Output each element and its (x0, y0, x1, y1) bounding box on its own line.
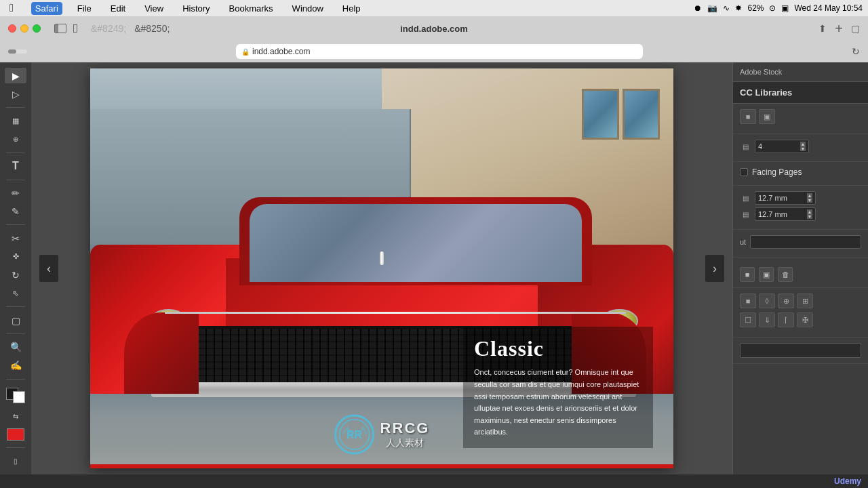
tab-overview-button[interactable]: ▢ (851, 23, 860, 34)
rectangle-tool[interactable]: ▢ (5, 312, 26, 328)
margin-1-increment[interactable]: ▲ (807, 193, 812, 198)
sidebar-toggle-button[interactable] (54, 24, 66, 33)
edit-menu[interactable]: Edit (106, 2, 130, 15)
margin-2-decrement[interactable]: ▼ (807, 214, 812, 219)
margin-stepper-2[interactable]: ▲ ▼ (807, 209, 812, 219)
pages-stepper[interactable]: ▲ ▼ (800, 142, 806, 151)
menubar:  Safari File Edit View History Bookmark… (0, 0, 868, 16)
back-button[interactable]: &#8249; (88, 22, 129, 35)
next-page-button[interactable]: › (705, 255, 724, 282)
bleed-input[interactable] (750, 235, 861, 249)
color-swatch[interactable] (6, 388, 25, 403)
tool-separator-7 (6, 379, 25, 380)
red-color-swatch[interactable] (7, 428, 24, 441)
panel-icon-btn-2[interactable]: ▣ (759, 109, 775, 124)
battery-indicator: 62% (747, 3, 764, 13)
margin-icon-2: ▤ (740, 209, 751, 220)
url-bar[interactable]: 🔒 indd.adobe.com (236, 44, 643, 59)
direct-select-tool[interactable]: ▷ (5, 86, 26, 102)
pencil-tool[interactable]: ✎ (5, 203, 26, 219)
layout-icon-5[interactable]: ☐ (740, 312, 756, 327)
margin-stepper-1[interactable]: ▲ ▼ (807, 193, 812, 203)
layout-icon-7[interactable]: ⌈ (778, 312, 794, 327)
help-menu[interactable]: Help (338, 2, 365, 15)
bleed-label: ut (740, 238, 746, 246)
text-input-field[interactable] (740, 343, 861, 358)
margin-input-2[interactable]: 12.7 mm ▲ ▼ (755, 207, 816, 221)
right-panel: Adobe Stock CC Libraries ■ ▣ ▤ 4 ▲ ▼ (732, 62, 868, 474)
page-tool[interactable]: ▦ (5, 113, 26, 129)
hand-tool[interactable]: ✍ (5, 358, 26, 373)
adobe-stock-header: Adobe Stock (733, 62, 868, 82)
panel-icon-section: ■ ▣ (733, 104, 868, 134)
share-button[interactable]: ⬆ (818, 23, 827, 34)
layout-icon-1[interactable]: ■ (740, 293, 756, 308)
scissors-tool[interactable]: ✂ (5, 230, 26, 246)
apply-none-button[interactable]: ▯ (5, 453, 26, 469)
layout-icon-8[interactable]: ✠ (797, 312, 813, 327)
panel-icon-btn-1[interactable]: ■ (740, 109, 756, 124)
margin-1-decrement[interactable]: ▼ (807, 198, 812, 203)
document-page: Classic Onct, concecus ciument etur? Omn… (90, 68, 673, 468)
file-menu[interactable]: File (73, 2, 96, 15)
action-btn-2[interactable]: ▣ (759, 267, 774, 282)
reading-mode-button[interactable] (8, 49, 27, 54)
scale-tool[interactable]: ⇖ (5, 285, 26, 301)
facing-pages-row: Facing Pages (740, 167, 861, 177)
action-btn-1[interactable]: ■ (740, 267, 755, 282)
bookmarks-menu[interactable]: Bookmarks (225, 2, 277, 15)
facing-pages-section: Facing Pages (733, 162, 868, 186)
tool-separator-6 (6, 333, 25, 334)
pages-count-input[interactable]: 4 ▲ ▼ (755, 140, 809, 153)
minimize-button[interactable] (20, 24, 28, 33)
traffic-lights (8, 24, 41, 33)
layout-icons-section: ■ ◊ ⊕ ⊞ ☐ ⇓ ⌈ ✠ (733, 288, 868, 338)
watermark-text: RRCG 人人素材 (380, 420, 430, 449)
windshield (250, 204, 582, 282)
delete-btn[interactable]: 🗑 (778, 267, 793, 282)
apple-menu[interactable]:  (5, 1, 18, 16)
bleed-row: ut (740, 235, 861, 249)
pages-decrement[interactable]: ▼ (800, 146, 806, 151)
select-tool[interactable]: ▶ (5, 68, 26, 83)
wifi-icon: ∿ (723, 3, 730, 13)
pages-row: ▤ 4 ▲ ▼ (740, 140, 861, 153)
view-menu[interactable]: View (140, 2, 167, 15)
facing-pages-checkbox[interactable] (740, 168, 748, 176)
watermark-chinese: 人人素材 (380, 437, 430, 449)
maximize-button[interactable] (33, 24, 41, 33)
pages-section: ▤ 4 ▲ ▼ (733, 134, 868, 162)
panel-actions: ■ ▣ 🗑 (740, 267, 861, 282)
close-button[interactable] (8, 24, 16, 33)
tool-separator-4 (6, 224, 25, 225)
margin-2-increment[interactable]: ▲ (807, 209, 812, 214)
forward-button[interactable]: &#8250; (132, 22, 172, 35)
control-center-icon: ▣ (781, 3, 789, 13)
safari-menu[interactable]: Safari (31, 2, 62, 15)
history-menu[interactable]: History (178, 2, 214, 15)
new-tab-button[interactable]: + (835, 21, 843, 37)
udemy-badge: Udemy (834, 476, 861, 486)
type-tool[interactable]: T (5, 159, 26, 174)
layout-icon-2[interactable]: ◊ (759, 293, 775, 308)
text-input-section (733, 338, 868, 364)
window-menu[interactable]: Window (288, 2, 328, 15)
layout-icon-3[interactable]: ⊕ (778, 293, 794, 308)
layout-icon-4[interactable]: ⊞ (797, 293, 813, 308)
transform-tool[interactable]: ✜ (5, 249, 26, 264)
pen-tool[interactable]: ✏ (5, 185, 26, 201)
rotate-tool[interactable]: ↻ (5, 267, 26, 283)
swap-colors-button[interactable]: ⇆ (5, 409, 26, 424)
status-bar: Udemy (0, 474, 868, 488)
zoom-tool[interactable]: 🔍 (5, 340, 26, 355)
layout-icon-6[interactable]: ⇓ (759, 312, 775, 327)
gap-tool[interactable]: ⊕ (5, 131, 26, 147)
margin-input-1[interactable]: 12.7 mm ▲ ▼ (755, 191, 816, 205)
margin-row-1: ▤ 12.7 mm ▲ ▼ (740, 191, 861, 205)
watermark-brand: RRCG (380, 420, 430, 437)
pages-increment[interactable]: ▲ (800, 142, 806, 146)
tab-group-icon (73, 24, 77, 33)
layout-icon-row-2: ☐ ⇓ ⌈ ✠ (740, 312, 861, 327)
prev-page-button[interactable]: ‹ (39, 255, 58, 282)
refresh-button[interactable]: ↻ (852, 46, 860, 57)
